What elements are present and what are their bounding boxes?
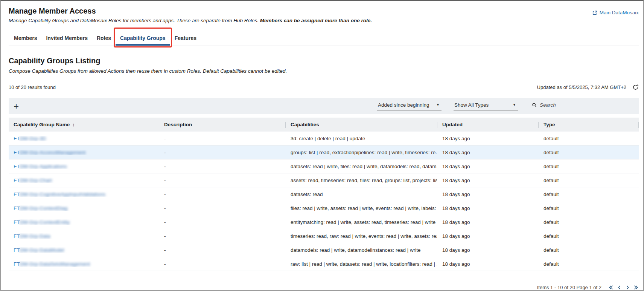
name-redacted-part: DM-Grp-Chart [20, 178, 52, 183]
type-cell: default [538, 150, 639, 155]
next-page-button[interactable] [625, 285, 630, 290]
name-redacted-part: DM-Grp-DataModel [20, 247, 64, 253]
capability-group-name-cell: FTDM-Grp-AccessManagement [9, 150, 159, 155]
page-header: Manage Member Access Main DataMosaix [9, 7, 639, 15]
type-cell: default [538, 219, 639, 225]
description-cell: - [159, 164, 285, 169]
capabilities-cell: raw: list | read | write, datasets: read… [285, 261, 437, 267]
capability-group-link[interactable]: FTDM-Grp-DataModel [14, 247, 64, 253]
results-summary: 10 of 20 results found [9, 84, 56, 90]
pagination-bar: Items 1 - 10 of 20 Page 1 of 2 [9, 285, 639, 290]
tab-members[interactable]: Members [9, 33, 41, 46]
updated-cell: 18 days ago [437, 191, 538, 197]
name-redacted-part: DM-Grp-DataSetsManagement [20, 261, 90, 267]
added-since-filter-value: Added since beginning [378, 102, 429, 108]
description-cell: - [159, 261, 285, 267]
capabilities-cell: entitymatching: read | write, assets: re… [285, 219, 437, 225]
name-redacted-part: DM-Grp-Applications [20, 164, 67, 169]
refresh-button[interactable] [632, 84, 639, 90]
table-row: FTDM-Grp-DataSetsManagement-raw: list | … [9, 257, 639, 271]
column-header-updated: Updated [437, 118, 538, 132]
tab-invited-members[interactable]: Invited Members [41, 33, 92, 46]
main-datamosaix-link[interactable]: Main DataMosaix [592, 10, 639, 15]
subtitle-emphasis: Members can be assigned more than one ro… [260, 18, 372, 23]
updated-cell: 18 days ago [437, 164, 538, 169]
first-page-button[interactable] [608, 285, 614, 290]
page-title: Manage Member Access [9, 7, 96, 15]
previous-page-button[interactable] [617, 285, 622, 290]
pagination-summary: Items 1 - 10 of 20 Page 1 of 2 [537, 285, 601, 290]
table-row: FTDM-Grp-ContextEntity-entitymatching: r… [9, 215, 639, 229]
updated-cell: 18 days ago [437, 261, 538, 267]
tab-roles[interactable]: Roles [92, 33, 116, 46]
capability-group-link[interactable]: FTDM-Grp-DataSetsManagement [14, 261, 90, 267]
description-cell: - [159, 178, 285, 183]
updated-cell: 18 days ago [437, 233, 538, 239]
updated-cell: 18 days ago [437, 136, 538, 141]
name-visible-part: FT [14, 178, 20, 183]
name-visible-part: FT [14, 205, 20, 211]
capabilities-cell: 3d: create | delete | read | update [285, 136, 437, 141]
search-icon [532, 102, 537, 108]
table-header-row: Capability Group Name ↑ Description Capa… [9, 118, 639, 132]
capability-group-link[interactable]: FTDM-Grp-AccessManagement [14, 150, 85, 155]
table-row: FTDM-Grp-ContextDiag-files: read | write… [9, 201, 639, 215]
sort-ascending-icon: ↑ [72, 122, 75, 127]
capability-group-name-cell: FTDM-Grp-ContextDiag [9, 205, 159, 211]
type-cell: default [538, 191, 639, 197]
double-chevron-right-icon [633, 285, 639, 290]
capability-group-link[interactable]: FTDM-Grp-CognitiveAppInputValidations [14, 191, 105, 197]
table-row: FTDM-Grp-CognitiveAppInputValidations-da… [9, 187, 639, 201]
tab-capability-groups-label: Capability Groups [120, 35, 166, 41]
capability-group-link[interactable]: FTDM-Grp-ContextEntity [14, 219, 70, 225]
capability-group-link[interactable]: FTDM-Grp-Chart [14, 178, 52, 183]
capability-group-link[interactable]: FTDM-Grp-Applications [14, 164, 67, 169]
type-filter[interactable]: Show All Types ▼ [454, 102, 518, 110]
capability-group-name-cell: FTDM-Grp-Applications [9, 164, 159, 169]
tab-capability-groups[interactable]: Capability Groups [116, 33, 170, 46]
capability-group-link[interactable]: FTDM-Grp-Data [14, 233, 50, 239]
capability-group-link[interactable]: FTDM-Grp-ContextDiag [14, 205, 67, 211]
capability-group-name-cell: FTDM-Grp-DataModel [9, 247, 159, 253]
table-row: FTDM-Grp-Data-timeseries: read, raw: rea… [9, 229, 639, 243]
updated-cell: 18 days ago [437, 205, 538, 211]
tab-features[interactable]: Features [170, 33, 201, 46]
capability-group-link[interactable]: FTDM-Grp-3D [14, 136, 46, 141]
listing-heading: Capability Groups Listing [9, 57, 639, 65]
last-page-button[interactable] [633, 285, 639, 290]
search-input[interactable] [540, 102, 588, 108]
capabilities-cell: datasets: read | write, files: read | wr… [285, 164, 437, 169]
table-row: FTDM-Grp-AccessManagement-groups: list |… [9, 146, 639, 159]
updated-as-of-label: Updated as of 5/5/2025, 7:32 AM GMT+2 [537, 84, 626, 90]
description-cell: - [159, 233, 285, 239]
updated-cell: 18 days ago [437, 219, 538, 225]
column-header-name[interactable]: Capability Group Name ↑ [9, 118, 159, 132]
capabilities-cell: files: read | write, assets: read | writ… [285, 205, 437, 211]
page-subtitle: Manage Capability Groups and DataMosaix … [9, 18, 639, 24]
updated-cell: 18 days ago [437, 247, 538, 253]
name-visible-part: FT [14, 150, 20, 155]
table-row: FTDM-Grp-DataModel-datamodels: read | wr… [9, 243, 639, 257]
capability-group-name-cell: FTDM-Grp-CognitiveAppInputValidations [9, 191, 159, 197]
name-visible-part: FT [14, 247, 20, 253]
added-since-filter[interactable]: Added since beginning ▼ [377, 102, 442, 110]
tab-bar: Members Invited Members Roles Capability… [9, 33, 639, 46]
capabilities-cell: timeseries: read, raw: read | write, eve… [285, 233, 437, 239]
chevron-right-icon [625, 285, 630, 290]
name-redacted-part: DM-Grp-AccessManagement [20, 150, 86, 155]
add-capability-group-button[interactable]: + [14, 103, 19, 110]
capabilities-cell: datamodels: read | write, datamodelinsta… [285, 247, 437, 253]
search-field[interactable] [532, 102, 588, 110]
description-cell: - [159, 219, 285, 225]
name-visible-part: FT [14, 164, 20, 169]
name-visible-part: FT [14, 261, 20, 267]
name-redacted-part: DM-Grp-Data [20, 233, 50, 239]
name-redacted-part: DM-Grp-CognitiveAppInputValidations [20, 191, 106, 197]
capability-group-name-cell: FTDM-Grp-Data [9, 233, 159, 239]
capability-group-name-cell: FTDM-Grp-DataSetsManagement [9, 261, 159, 267]
name-redacted-part: DM-Grp-3D [20, 136, 46, 141]
name-visible-part: FT [14, 219, 20, 225]
description-cell: - [159, 136, 285, 141]
type-cell: default [538, 247, 639, 253]
subtitle-text: Manage Capability Groups and DataMosaix … [9, 18, 260, 23]
